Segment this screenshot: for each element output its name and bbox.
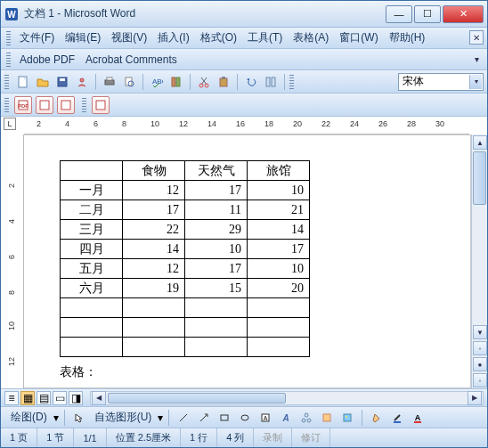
scroll-thumb[interactable]	[108, 393, 286, 403]
table-cell[interactable]	[123, 298, 185, 318]
maximize-button[interactable]: ☐	[414, 5, 441, 23]
scroll-up-button[interactable]: ▲	[473, 135, 487, 150]
grip-icon[interactable]	[4, 75, 9, 89]
rect-tool[interactable]	[216, 409, 233, 427]
table-cell[interactable]	[61, 338, 123, 357]
paste-button[interactable]	[215, 73, 232, 91]
new-doc-button[interactable]	[14, 73, 32, 91]
font-color-tool[interactable]: A	[409, 409, 427, 427]
status-record[interactable]: 录制	[254, 428, 292, 447]
browse-object-button[interactable]: ●	[473, 357, 487, 371]
table-cell[interactable]	[185, 338, 248, 357]
grip-icon[interactable]	[6, 53, 11, 67]
table-cell[interactable]: 17	[123, 200, 185, 220]
menu-edit[interactable]: 编辑(E)	[60, 29, 106, 47]
data-table[interactable]: 食物天然气旅馆一月121710二月171121三月222914四月141017五…	[60, 160, 310, 357]
table-cell[interactable]: 10	[185, 240, 248, 259]
table-row[interactable]	[61, 318, 310, 338]
table-cell[interactable]: 10	[248, 259, 310, 279]
table-cell[interactable]: 17	[185, 259, 248, 279]
close-button[interactable]: ✕	[443, 5, 484, 23]
table-cell[interactable]: 14	[123, 240, 185, 259]
menu-insert[interactable]: 插入(I)	[152, 29, 194, 47]
textbox-tool[interactable]: A	[256, 409, 274, 427]
table-header[interactable]: 旅馆	[248, 161, 310, 181]
menu-tools[interactable]: 工具(T)	[242, 29, 288, 47]
table-cell[interactable]: 22	[123, 220, 185, 240]
table-row[interactable]: 五月121710	[61, 259, 310, 279]
table-cell[interactable]	[61, 318, 123, 338]
pdf-comment-button[interactable]	[92, 96, 110, 114]
web-view-button[interactable]: ◨	[69, 391, 83, 405]
menu-acrobat-comments[interactable]: Acrobat Comments	[80, 52, 183, 68]
horizontal-scrollbar[interactable]: ◀ ▶	[90, 391, 484, 405]
table-row[interactable]: 六月191520	[61, 279, 310, 298]
table-header[interactable]	[61, 161, 123, 181]
titlebar[interactable]: W 文档 1 - Microsoft Word — ☐ ✕	[1, 1, 487, 28]
draw-menu[interactable]: 绘图(D)	[7, 410, 51, 425]
prev-page-button[interactable]: ◦	[473, 341, 487, 355]
table-cell[interactable]	[248, 338, 310, 357]
grip-icon[interactable]	[289, 75, 294, 89]
oval-tool[interactable]	[236, 409, 254, 427]
table-cell[interactable]: 29	[185, 220, 248, 240]
table-cell[interactable]	[248, 298, 310, 318]
grip-icon[interactable]	[4, 98, 9, 112]
table-cell[interactable]: 11	[185, 200, 248, 220]
research-button[interactable]	[167, 73, 185, 91]
save-button[interactable]	[53, 73, 71, 91]
document-area[interactable]: 食物天然气旅馆一月121710二月171121三月222914四月141017五…	[24, 134, 471, 388]
table-cell[interactable]	[248, 318, 310, 338]
doc-close-button[interactable]: ✕	[469, 30, 484, 45]
table-cell[interactable]: 17	[248, 240, 310, 259]
diagram-tool[interactable]	[297, 409, 315, 427]
row-label[interactable]: 五月	[61, 259, 123, 279]
preview-button[interactable]	[120, 73, 138, 91]
row-label[interactable]: 四月	[61, 240, 123, 259]
scroll-left-button[interactable]: ◀	[92, 391, 106, 405]
table-cell[interactable]: 20	[248, 279, 310, 298]
wordart-tool[interactable]: A	[277, 409, 295, 427]
open-button[interactable]	[34, 73, 52, 91]
table-cell[interactable]: 21	[248, 200, 310, 220]
table-cell[interactable]: 15	[185, 279, 248, 298]
menu-window[interactable]: 窗口(W)	[334, 29, 383, 47]
row-label[interactable]: 六月	[61, 279, 123, 298]
reading-view-button[interactable]: ▭	[53, 391, 67, 405]
grip-icon[interactable]	[82, 98, 86, 112]
table-row[interactable]: 一月121710	[61, 181, 310, 200]
minimize-button[interactable]: —	[386, 5, 412, 23]
table-row[interactable]: 三月222914	[61, 220, 310, 240]
menu-table[interactable]: 表格(A)	[288, 29, 334, 47]
scroll-track[interactable]	[472, 206, 487, 324]
vertical-scrollbar[interactable]: ▲ ▼ ◦ ● ◦	[471, 134, 487, 388]
autoshapes-menu[interactable]: 自选图形(U)	[91, 410, 156, 425]
table-cell[interactable]: 19	[123, 279, 185, 298]
table-row[interactable]: 二月171121	[61, 200, 310, 220]
row-label[interactable]: 一月	[61, 181, 123, 200]
clipart-tool[interactable]	[318, 409, 336, 427]
pdf-button-1[interactable]: PDF	[14, 96, 32, 114]
table-cell[interactable]	[61, 298, 123, 318]
fill-color-tool[interactable]	[368, 409, 386, 427]
table-cell[interactable]: 12	[123, 259, 185, 279]
row-label[interactable]: 三月	[61, 220, 123, 240]
table-cell[interactable]: 12	[123, 181, 185, 200]
vertical-ruler[interactable]: 24681012	[1, 134, 24, 388]
dropdown-icon[interactable]: ▾	[469, 75, 482, 89]
table-cell[interactable]: 17	[185, 181, 248, 200]
table-cell[interactable]	[123, 318, 185, 338]
table-header[interactable]: 天然气	[185, 161, 248, 181]
spell-button[interactable]: ABC	[148, 73, 166, 91]
arrow-tool[interactable]	[195, 409, 213, 427]
table-cell[interactable]	[123, 338, 185, 357]
scroll-down-button[interactable]: ▼	[473, 325, 487, 339]
table-row[interactable]	[61, 298, 310, 318]
table-header[interactable]: 食物	[123, 161, 185, 181]
pdf-button-3[interactable]	[57, 96, 75, 114]
row-label[interactable]: 二月	[61, 200, 123, 220]
columns-button[interactable]	[262, 73, 280, 91]
line-tool[interactable]	[175, 409, 192, 427]
undo-button[interactable]	[242, 73, 260, 91]
table-row[interactable]	[61, 338, 310, 357]
